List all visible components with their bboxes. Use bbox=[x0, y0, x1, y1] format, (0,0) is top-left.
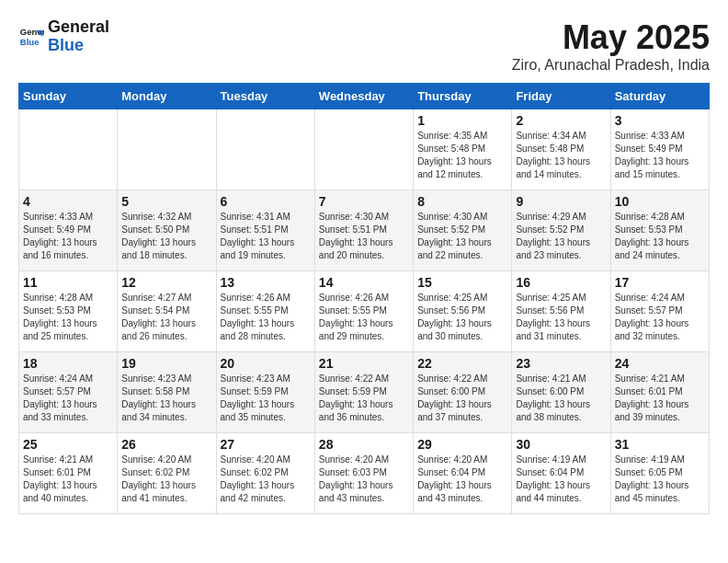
calendar-cell bbox=[314, 109, 413, 190]
logo: General Blue General Blue bbox=[18, 18, 109, 55]
day-info: Sunrise: 4:21 AM Sunset: 6:01 PM Dayligh… bbox=[615, 373, 705, 424]
day-number: 4 bbox=[23, 194, 113, 209]
day-info: Sunrise: 4:31 AM Sunset: 5:51 PM Dayligh… bbox=[221, 211, 311, 262]
calendar-cell: 14Sunrise: 4:26 AM Sunset: 5:55 PM Dayli… bbox=[314, 271, 413, 352]
day-info: Sunrise: 4:27 AM Sunset: 5:54 PM Dayligh… bbox=[121, 292, 211, 343]
day-info: Sunrise: 4:20 AM Sunset: 6:02 PM Dayligh… bbox=[221, 454, 311, 505]
day-info: Sunrise: 4:22 AM Sunset: 6:00 PM Dayligh… bbox=[417, 373, 507, 424]
day-number: 2 bbox=[516, 113, 606, 128]
day-number: 14 bbox=[319, 275, 409, 290]
day-info: Sunrise: 4:28 AM Sunset: 5:53 PM Dayligh… bbox=[23, 292, 113, 343]
day-of-week-header: Tuesday bbox=[216, 84, 314, 109]
day-of-week-header: Sunday bbox=[19, 84, 118, 109]
day-of-week-header: Saturday bbox=[610, 84, 709, 109]
day-info: Sunrise: 4:20 AM Sunset: 6:02 PM Dayligh… bbox=[121, 454, 211, 505]
svg-text:Blue: Blue bbox=[20, 37, 40, 47]
logo-icon: General Blue bbox=[18, 24, 44, 50]
day-info: Sunrise: 4:29 AM Sunset: 5:52 PM Dayligh… bbox=[516, 211, 606, 262]
day-number: 22 bbox=[417, 356, 507, 371]
calendar-cell bbox=[19, 109, 118, 190]
calendar-cell: 2Sunrise: 4:34 AM Sunset: 5:48 PM Daylig… bbox=[512, 109, 610, 190]
day-info: Sunrise: 4:19 AM Sunset: 6:04 PM Dayligh… bbox=[516, 454, 606, 505]
day-info: Sunrise: 4:20 AM Sunset: 6:03 PM Dayligh… bbox=[319, 454, 409, 505]
day-number: 1 bbox=[417, 113, 507, 128]
day-number: 11 bbox=[23, 275, 113, 290]
day-info: Sunrise: 4:30 AM Sunset: 5:52 PM Dayligh… bbox=[417, 211, 507, 262]
day-info: Sunrise: 4:22 AM Sunset: 5:59 PM Dayligh… bbox=[319, 373, 409, 424]
day-info: Sunrise: 4:21 AM Sunset: 6:01 PM Dayligh… bbox=[23, 454, 113, 505]
day-number: 24 bbox=[615, 356, 705, 371]
day-number: 27 bbox=[221, 437, 311, 452]
calendar-body: 1Sunrise: 4:35 AM Sunset: 5:48 PM Daylig… bbox=[19, 109, 710, 514]
page-header: General Blue General Blue May 2025 Ziro,… bbox=[18, 18, 710, 74]
calendar-cell: 23Sunrise: 4:21 AM Sunset: 6:00 PM Dayli… bbox=[512, 352, 610, 433]
day-number: 12 bbox=[121, 275, 211, 290]
calendar-cell: 12Sunrise: 4:27 AM Sunset: 5:54 PM Dayli… bbox=[118, 271, 216, 352]
day-number: 17 bbox=[615, 275, 705, 290]
day-info: Sunrise: 4:28 AM Sunset: 5:53 PM Dayligh… bbox=[615, 211, 705, 262]
day-number: 10 bbox=[615, 194, 705, 209]
day-info: Sunrise: 4:26 AM Sunset: 5:55 PM Dayligh… bbox=[319, 292, 409, 343]
calendar-cell: 4Sunrise: 4:33 AM Sunset: 5:49 PM Daylig… bbox=[19, 190, 118, 271]
calendar-cell: 21Sunrise: 4:22 AM Sunset: 5:59 PM Dayli… bbox=[314, 352, 413, 433]
day-of-week-header: Wednesday bbox=[314, 84, 413, 109]
day-info: Sunrise: 4:25 AM Sunset: 5:56 PM Dayligh… bbox=[417, 292, 507, 343]
calendar-week-row: 11Sunrise: 4:28 AM Sunset: 5:53 PM Dayli… bbox=[19, 271, 710, 352]
day-number: 29 bbox=[417, 437, 507, 452]
day-number: 6 bbox=[221, 194, 311, 209]
calendar-cell: 3Sunrise: 4:33 AM Sunset: 5:49 PM Daylig… bbox=[610, 109, 709, 190]
calendar-cell: 27Sunrise: 4:20 AM Sunset: 6:02 PM Dayli… bbox=[216, 433, 314, 514]
day-of-week-header: Thursday bbox=[414, 84, 512, 109]
calendar-cell: 25Sunrise: 4:21 AM Sunset: 6:01 PM Dayli… bbox=[19, 433, 118, 514]
calendar-cell: 10Sunrise: 4:28 AM Sunset: 5:53 PM Dayli… bbox=[610, 190, 709, 271]
day-info: Sunrise: 4:24 AM Sunset: 5:57 PM Dayligh… bbox=[615, 292, 705, 343]
day-info: Sunrise: 4:21 AM Sunset: 6:00 PM Dayligh… bbox=[516, 373, 606, 424]
day-info: Sunrise: 4:33 AM Sunset: 5:49 PM Dayligh… bbox=[615, 130, 705, 181]
day-number: 20 bbox=[221, 356, 311, 371]
day-number: 5 bbox=[121, 194, 211, 209]
day-of-week-header: Monday bbox=[118, 84, 216, 109]
calendar-cell: 29Sunrise: 4:20 AM Sunset: 6:04 PM Dayli… bbox=[414, 433, 512, 514]
calendar-week-row: 18Sunrise: 4:24 AM Sunset: 5:57 PM Dayli… bbox=[19, 352, 710, 433]
calendar-cell: 13Sunrise: 4:26 AM Sunset: 5:55 PM Dayli… bbox=[216, 271, 314, 352]
day-info: Sunrise: 4:19 AM Sunset: 6:05 PM Dayligh… bbox=[615, 454, 705, 505]
days-of-week-row: SundayMondayTuesdayWednesdayThursdayFrid… bbox=[19, 84, 710, 109]
calendar-cell: 16Sunrise: 4:25 AM Sunset: 5:56 PM Dayli… bbox=[512, 271, 610, 352]
calendar-week-row: 4Sunrise: 4:33 AM Sunset: 5:49 PM Daylig… bbox=[19, 190, 710, 271]
day-info: Sunrise: 4:23 AM Sunset: 5:58 PM Dayligh… bbox=[121, 373, 211, 424]
title-block: May 2025 Ziro, Arunachal Pradesh, India bbox=[512, 18, 710, 74]
day-number: 18 bbox=[23, 356, 113, 371]
calendar-cell: 9Sunrise: 4:29 AM Sunset: 5:52 PM Daylig… bbox=[512, 190, 610, 271]
calendar-cell: 24Sunrise: 4:21 AM Sunset: 6:01 PM Dayli… bbox=[610, 352, 709, 433]
day-of-week-header: Friday bbox=[512, 84, 610, 109]
calendar-cell: 28Sunrise: 4:20 AM Sunset: 6:03 PM Dayli… bbox=[314, 433, 413, 514]
calendar-cell: 5Sunrise: 4:32 AM Sunset: 5:50 PM Daylig… bbox=[118, 190, 216, 271]
subtitle: Ziro, Arunachal Pradesh, India bbox=[512, 57, 710, 74]
day-info: Sunrise: 4:23 AM Sunset: 5:59 PM Dayligh… bbox=[221, 373, 311, 424]
day-number: 7 bbox=[319, 194, 409, 209]
day-info: Sunrise: 4:30 AM Sunset: 5:51 PM Dayligh… bbox=[319, 211, 409, 262]
calendar-cell bbox=[118, 109, 216, 190]
day-info: Sunrise: 4:25 AM Sunset: 5:56 PM Dayligh… bbox=[516, 292, 606, 343]
calendar-cell: 30Sunrise: 4:19 AM Sunset: 6:04 PM Dayli… bbox=[512, 433, 610, 514]
day-info: Sunrise: 4:35 AM Sunset: 5:48 PM Dayligh… bbox=[417, 130, 507, 181]
day-info: Sunrise: 4:34 AM Sunset: 5:48 PM Dayligh… bbox=[516, 130, 606, 181]
day-number: 28 bbox=[319, 437, 409, 452]
day-number: 15 bbox=[417, 275, 507, 290]
calendar-cell: 15Sunrise: 4:25 AM Sunset: 5:56 PM Dayli… bbox=[414, 271, 512, 352]
day-number: 9 bbox=[516, 194, 606, 209]
calendar-cell: 19Sunrise: 4:23 AM Sunset: 5:58 PM Dayli… bbox=[118, 352, 216, 433]
main-title: May 2025 bbox=[512, 18, 710, 57]
calendar-week-row: 1Sunrise: 4:35 AM Sunset: 5:48 PM Daylig… bbox=[19, 109, 710, 190]
calendar-cell: 1Sunrise: 4:35 AM Sunset: 5:48 PM Daylig… bbox=[414, 109, 512, 190]
day-number: 21 bbox=[319, 356, 409, 371]
day-number: 30 bbox=[516, 437, 606, 452]
calendar-cell bbox=[216, 109, 314, 190]
day-number: 31 bbox=[615, 437, 705, 452]
calendar-cell: 17Sunrise: 4:24 AM Sunset: 5:57 PM Dayli… bbox=[610, 271, 709, 352]
day-number: 3 bbox=[615, 113, 705, 128]
calendar-cell: 22Sunrise: 4:22 AM Sunset: 6:00 PM Dayli… bbox=[414, 352, 512, 433]
calendar-cell: 7Sunrise: 4:30 AM Sunset: 5:51 PM Daylig… bbox=[314, 190, 413, 271]
calendar-table: SundayMondayTuesdayWednesdayThursdayFrid… bbox=[18, 83, 710, 514]
calendar-cell: 8Sunrise: 4:30 AM Sunset: 5:52 PM Daylig… bbox=[414, 190, 512, 271]
